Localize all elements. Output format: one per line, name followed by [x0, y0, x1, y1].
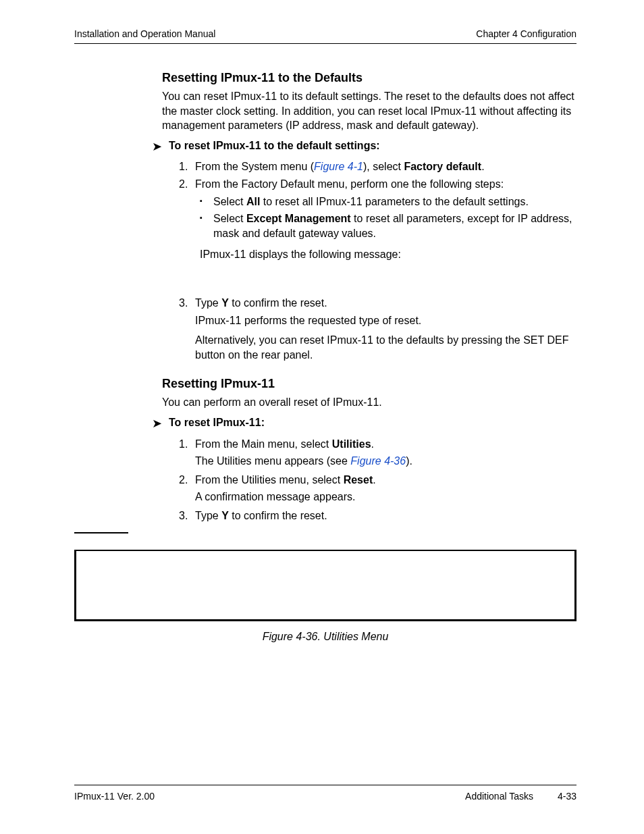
step-number: 1. [179, 437, 195, 452]
square-icon: ▪ [200, 194, 213, 209]
step-body: From the Utilities menu, select Reset. [195, 473, 576, 488]
step-2b: 2. From the Utilities menu, select Reset… [179, 473, 576, 488]
step-number: 3. [179, 509, 195, 523]
footer-section: Additional Tasks [465, 791, 533, 802]
footer-left: IPmux-11 Ver. 2.00 [74, 791, 155, 802]
arrow-icon: ➤ [152, 140, 162, 155]
page-content: Resetting IPmux-11 to the Defaults You c… [74, 63, 576, 785]
header-right: Chapter 4 Configuration [476, 28, 576, 39]
bullet-body: Select Except Management to reset all pa… [213, 211, 576, 240]
square-icon: ▪ [200, 211, 213, 240]
procedure-title: To reset IPmux-11 to the default setting… [169, 140, 380, 152]
page-footer: IPmux-11 Ver. 2.00 Additional Tasks 4-33 [74, 785, 576, 802]
step-3b: 3. Type Y to confirm the reset. [179, 509, 576, 523]
bullet-all: ▪ Select All to reset all IPmux-11 param… [200, 194, 576, 209]
step-body: Type Y to confirm the reset. [195, 509, 576, 523]
step-1b-result: The Utilities menu appears (see Figure 4… [195, 454, 576, 469]
section-heading-reset: Resetting IPmux-11 [162, 377, 576, 391]
section-intro-reset: You can perform an overall reset of IPmu… [162, 395, 576, 410]
step-number: 1. [179, 159, 195, 174]
message-note: IPmux-11 displays the following message: [200, 247, 576, 262]
section-heading-defaults: Resetting IPmux-11 to the Defaults [162, 71, 576, 85]
section-intro-defaults: You can reset IPmux-11 to its default se… [162, 89, 576, 133]
procedure-defaults: ➤ To reset IPmux-11 to the default setti… [152, 140, 576, 155]
step-body: From the System menu (Figure 4-1), selec… [195, 159, 576, 174]
figure-caption: Figure 4-36. Utilities Menu [74, 631, 576, 643]
page-header: Installation and Operation Manual Chapte… [74, 28, 576, 44]
procedure-reset: ➤ To reset IPmux-11: [152, 417, 576, 432]
step-3: 3. Type Y to confirm the reset. [179, 296, 576, 311]
figure-link-4-1[interactable]: Figure 4-1 [314, 161, 363, 172]
step-3-result: IPmux-11 performs the requested type of … [195, 313, 576, 328]
figure-utilities-menu: Figure 4-36. Utilities Menu [74, 532, 576, 643]
procedure-title: To reset IPmux-11: [169, 417, 265, 429]
step-1b: 1. From the Main menu, select Utilities. [179, 437, 576, 452]
figure-link-4-36[interactable]: Figure 4-36 [350, 455, 406, 467]
step-body: Type Y to confirm the reset. [195, 296, 576, 311]
bullet-except-management: ▪ Select Except Management to reset all … [200, 211, 576, 240]
header-left: Installation and Operation Manual [74, 28, 215, 39]
step-2b-result: A confirmation message appears. [195, 490, 576, 504]
step-body: From the Main menu, select Utilities. [195, 437, 576, 452]
bullet-body: Select All to reset all IPmux-11 paramet… [213, 194, 529, 209]
step-number: 3. [179, 296, 195, 311]
step-1: 1. From the System menu (Figure 4-1), se… [179, 159, 576, 174]
step-number: 2. [179, 473, 195, 488]
step-number: 2. [179, 177, 195, 192]
arrow-icon: ➤ [152, 417, 162, 432]
step-2: 2. From the Factory Default menu, perfor… [179, 177, 576, 192]
step-body: From the Factory Default menu, perform o… [195, 177, 576, 192]
alt-note: Alternatively, you can reset IPmux-11 to… [179, 333, 576, 362]
footer-page-number: 4-33 [558, 791, 576, 802]
